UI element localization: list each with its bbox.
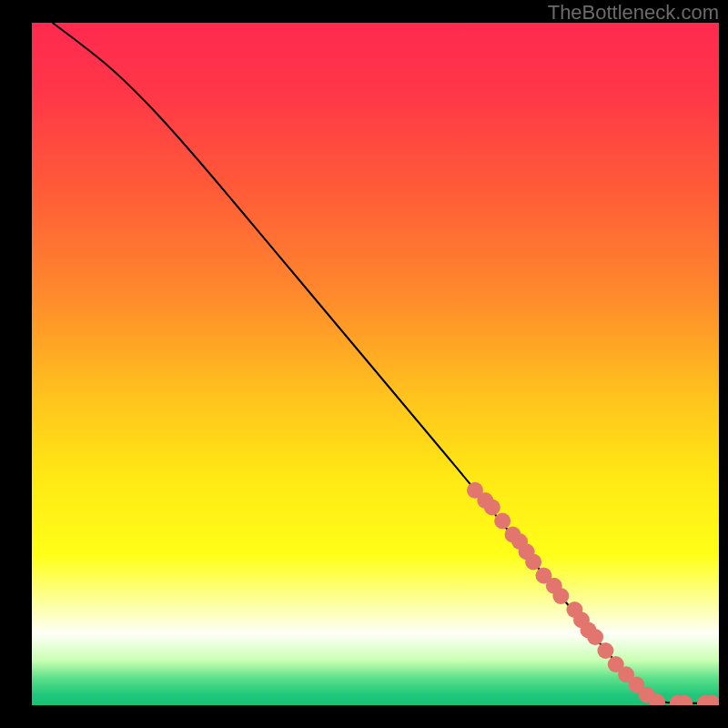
chart-svg <box>32 23 719 705</box>
data-point <box>484 500 500 516</box>
data-point <box>525 554 541 571</box>
data-point <box>552 588 569 604</box>
curve-line <box>53 23 719 703</box>
chart-stage: TheBottleneck.com <box>0 0 728 728</box>
data-point <box>597 642 613 659</box>
data-point <box>587 629 603 645</box>
plot-area <box>32 23 719 705</box>
data-point <box>494 513 511 530</box>
watermark-text: TheBottleneck.com <box>548 1 719 25</box>
